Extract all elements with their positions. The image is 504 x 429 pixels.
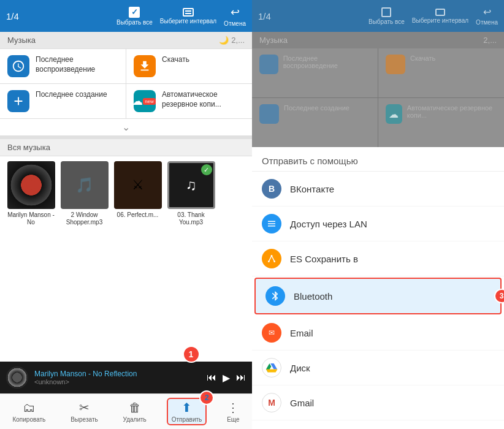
next-btn[interactable]: ⏭: [236, 372, 246, 384]
send-btn[interactable]: ⬆ Отправить 2: [167, 398, 207, 425]
email-icon: ✉: [262, 323, 281, 343]
right-card-2-label: Скачать: [410, 55, 435, 62]
right-card-2-icon: [386, 55, 405, 74]
right-card-4-label: Автоматическое резервное копи...: [407, 104, 497, 119]
track-4[interactable]: ♫ ✓ 03. Thank You.mp3 1: [165, 161, 217, 357]
cloud-icon: ☁ new: [134, 90, 156, 112]
right-card-3-label: Последнее создание: [284, 104, 349, 112]
share-email[interactable]: ✉ Email: [252, 316, 504, 351]
right-top-actions: Выбрать все Выберите интервал ↩ Отмена: [368, 6, 498, 26]
music-label: Музыка: [7, 36, 36, 45]
track-3[interactable]: ⚔ 06. Perfect.m...: [112, 161, 164, 357]
delete-btn[interactable]: 🗑 Удалить: [118, 400, 151, 424]
share-gmail[interactable]: M Gmail: [252, 385, 504, 420]
step-3-badge: 3: [494, 289, 504, 303]
svg-line-4: [272, 256, 275, 261]
bluetooth-label: Bluetooth: [294, 291, 332, 302]
track-2-thumb: 🎵: [61, 161, 109, 209]
music-grid: Marilyn Manson - No 🎵 2 Window Shopper.m…: [0, 156, 252, 362]
track-2-label: 2 Window Shopper.mp3: [61, 211, 109, 226]
right-interval-icon: [435, 9, 445, 16]
now-playing-info: Marilyn Manson - No Reflection <unknown>: [34, 370, 200, 385]
back-icon: ↩: [231, 6, 240, 19]
copy-icon: 🗂: [23, 401, 35, 415]
right-cancel: ↩ Отмена: [476, 6, 498, 26]
vk-icon: В: [262, 179, 281, 199]
select-all-btn[interactable]: Выбрать все: [116, 7, 153, 26]
quick-card-backup[interactable]: ☁ new Автоматическое резервное копи...: [126, 84, 252, 118]
interval-icon: [183, 8, 194, 17]
share-vk[interactable]: В ВКонтакте: [252, 172, 504, 207]
share-es[interactable]: ES Сохранить в: [252, 241, 504, 276]
right-interval: Выберите интервал: [412, 9, 468, 24]
all-music-header: Вся музыка: [0, 135, 252, 156]
es-icon: [262, 249, 281, 268]
right-card-1: Последнее воспроизведение: [252, 48, 378, 97]
copy-btn[interactable]: 🗂 Копировать: [7, 400, 50, 424]
right-card-4-icon: ☁: [386, 104, 402, 124]
cut-btn[interactable]: ✂ Вырезать: [66, 399, 102, 424]
more-icon: ⋮: [227, 400, 239, 415]
left-music-header: Музыка 🌙 2,...: [0, 32, 252, 49]
right-back-icon: ↩: [483, 6, 491, 18]
track-1-thumb: [7, 161, 55, 209]
quick-card-recent[interactable]: Последнее воспроизведение: [0, 49, 126, 83]
bottom-toolbar: 🗂 Копировать ✂ Вырезать 🗑 Удалить ⬆ Отпр…: [0, 393, 252, 429]
right-top-bg: 1/4 Выбрать все Выберите интервал ↩ Отме…: [252, 0, 504, 147]
check-all-icon: [129, 7, 140, 18]
right-card-4: ☁ Автоматическое резервное копи...: [378, 98, 504, 147]
share-bluetooth[interactable]: Bluetooth 3: [254, 278, 502, 314]
music-note-icon: ♫: [186, 177, 197, 194]
download-icon: [134, 55, 156, 77]
left-top-bar: 1/4 Выбрать все Выберите интервал ↩ Отме…: [0, 0, 252, 32]
right-card-1-label: Последнее воспроизведение: [283, 55, 370, 69]
cut-icon: ✂: [79, 400, 90, 415]
bluetooth-icon: [265, 286, 285, 306]
now-playing-title: Marilyn Manson - No Reflection: [34, 370, 200, 378]
prev-btn[interactable]: ⏮: [207, 372, 216, 384]
delete-icon: 🗑: [129, 401, 141, 415]
share-title: Отправить с помощью: [252, 147, 504, 172]
play-btn[interactable]: ▶: [223, 372, 230, 384]
track-3-thumb: ⚔: [114, 161, 162, 209]
left-panel: 1/4 Выбрать все Выберите интервал ↩ Отме…: [0, 0, 252, 429]
track-3-label: 06. Perfect.m...: [117, 211, 159, 219]
selected-check-icon: ✓: [201, 164, 212, 175]
share-lan[interactable]: Доступ через LAN: [252, 207, 504, 241]
send-icon: ⬆: [181, 400, 192, 415]
svg-line-3: [269, 256, 272, 261]
plus-icon: [7, 90, 29, 112]
share-drive[interactable]: Диск: [252, 351, 504, 385]
right-card-2: Скачать: [378, 48, 504, 97]
expand-chevron[interactable]: ⌄: [0, 118, 252, 135]
track-2[interactable]: 🎵 2 Window Shopper.mp3: [58, 161, 110, 357]
playback-controls: ⏮ ▶ ⏭: [207, 372, 246, 384]
now-playing-thumb: [6, 366, 28, 389]
track-1[interactable]: Marilyn Manson - No: [5, 161, 57, 357]
now-playing-artist: <unknown>: [34, 378, 200, 385]
cancel-btn[interactable]: ↩ Отмена: [224, 6, 246, 27]
recent-play-label: Последнее воспроизведение: [36, 55, 118, 74]
quick-card-download[interactable]: Скачать: [126, 49, 252, 83]
right-panel: 1/4 Выбрать все Выберите интервал ↩ Отме…: [252, 0, 504, 429]
music-size: 🌙 2,...: [219, 36, 245, 45]
gmail-icon: M: [262, 393, 281, 412]
more-btn[interactable]: ⋮ Еще: [222, 399, 244, 424]
select-interval-btn[interactable]: Выберите интервал: [160, 8, 216, 25]
drive-icon: [262, 358, 281, 378]
quick-cards: Последнее воспроизведение Скачать Послед…: [0, 49, 252, 118]
quick-card-create[interactable]: Последнее создание: [0, 84, 126, 118]
left-counter: 1/4: [6, 11, 25, 21]
right-music-header: Музыка 2,...: [252, 32, 504, 48]
backup-label: Автоматическое резервное копи...: [162, 90, 245, 109]
right-quick-cards: Последнее воспроизведение Скачать Послед…: [252, 48, 504, 147]
step-1-badge: 1: [183, 346, 200, 363]
create-label: Последнее создание: [36, 90, 107, 100]
lan-icon: [262, 214, 281, 233]
share-sheet: Отправить с помощью В ВКонтакте Доступ ч…: [252, 147, 504, 429]
track-1-label: Marilyn Manson - No: [7, 211, 55, 226]
right-card-3-icon: [259, 104, 279, 124]
right-check-icon: [381, 7, 391, 17]
right-top-bar: 1/4 Выбрать все Выберите интервал ↩ Отме…: [252, 0, 504, 32]
clock-icon: [7, 55, 29, 77]
